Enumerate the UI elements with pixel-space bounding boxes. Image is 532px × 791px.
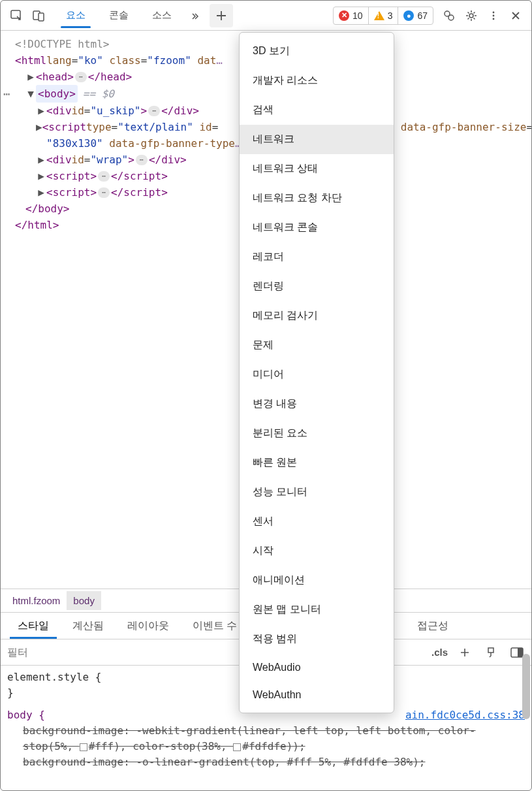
subtab-accessibility[interactable]: 접근성 <box>405 614 460 638</box>
css-rule-1[interactable]: background-image: -webkit-gradient(linea… <box>7 723 525 754</box>
dd-changes[interactable]: 변경 내용 <box>240 389 394 419</box>
collapsed-dots-icon[interactable]: ⋯ <box>136 155 148 165</box>
selection-dots-icon[interactable]: ⋯ <box>3 86 10 102</box>
paint-brush-icon[interactable] <box>482 643 500 662</box>
errors-count: 10 <box>352 10 363 21</box>
dd-issues[interactable]: 문제 <box>240 331 394 360</box>
dd-network-conditions[interactable]: 네트워크 상태 <box>240 154 394 184</box>
tab-elements[interactable]: 요소 <box>54 3 97 28</box>
close-icon[interactable] <box>505 5 526 26</box>
svg-rect-0 <box>11 10 20 18</box>
svg-point-6 <box>493 11 495 13</box>
dd-rendering[interactable]: 렌더링 <box>240 272 394 301</box>
expand-arrow-icon[interactable]: ▶ <box>25 69 36 85</box>
svg-point-7 <box>493 14 495 16</box>
warnings-count: 3 <box>388 10 393 21</box>
info-count: 67 <box>417 10 428 21</box>
more-tabs-chevron-icon[interactable] <box>187 8 202 23</box>
kebab-menu-icon[interactable] <box>483 5 504 26</box>
dd-network-console[interactable]: 네트워크 콘솔 <box>240 213 394 242</box>
tab-sources[interactable]: 소스 <box>140 3 183 28</box>
styles-filter-tools: .cls <box>431 643 526 662</box>
add-panel-button[interactable] <box>210 4 233 27</box>
tab-console[interactable]: 콘솔 <box>97 3 140 28</box>
collapse-arrow-icon[interactable]: ▼ <box>25 86 36 102</box>
dd-animations[interactable]: 애니메이션 <box>240 566 394 595</box>
collapsed-dots-icon[interactable]: ⋯ <box>98 171 110 182</box>
expand-arrow-icon[interactable]: ▶ <box>36 152 46 168</box>
dd-network[interactable]: 네트워크 <box>240 125 394 154</box>
dd-sourcemap-monitor[interactable]: 원본 맵 모니터 <box>240 595 394 624</box>
svg-rect-2 <box>39 13 44 21</box>
dd-memory-inspector[interactable]: 메모리 검사기 <box>240 301 394 331</box>
expand-arrow-icon[interactable]: ▶ <box>36 184 46 201</box>
dd-perf-monitor[interactable]: 성능 모니터 <box>240 477 394 507</box>
dd-webaudio[interactable]: WebAudio <box>240 654 394 681</box>
crumb-html[interactable]: html.fzoom <box>6 591 67 610</box>
subtab-layout[interactable]: 레이아웃 <box>116 614 181 638</box>
dd-recorder[interactable]: 레코더 <box>240 242 394 272</box>
svg-point-8 <box>493 18 495 20</box>
collapsed-dots-icon[interactable]: ⋯ <box>148 106 160 116</box>
settings-gear-icon[interactable] <box>461 5 482 26</box>
dd-welcome[interactable]: 시작 <box>240 536 394 566</box>
expand-arrow-icon[interactable]: ▶ <box>36 168 46 184</box>
device-toggle-icon[interactable] <box>28 5 49 26</box>
dd-search[interactable]: 검색 <box>240 95 394 125</box>
new-style-rule-icon[interactable] <box>456 643 474 662</box>
expand-arrow-icon[interactable]: ▶ <box>36 103 46 119</box>
dd-quick-source[interactable]: 빠른 원본 <box>240 448 394 477</box>
inspect-icon[interactable] <box>6 5 27 26</box>
svg-point-4 <box>448 15 454 20</box>
svg-rect-9 <box>488 648 493 653</box>
add-panel-dropdown: 3D 보기 개발자 리소스 검색 네트워크 네트워크 상태 네트워크 요청 차단… <box>239 32 394 713</box>
dd-network-block[interactable]: 네트워크 요청 차단 <box>240 184 394 213</box>
info-dot-icon: ● <box>403 10 414 21</box>
collapsed-dots-icon[interactable]: ⋯ <box>75 72 87 82</box>
warnings-badge[interactable]: 3 <box>369 7 399 24</box>
cls-toggle[interactable]: .cls <box>431 647 448 658</box>
expand-arrow-icon[interactable]: ▶ <box>36 119 42 135</box>
svg-point-5 <box>469 14 473 18</box>
dd-sensors[interactable]: 센서 <box>240 507 394 536</box>
collapsed-dots-icon[interactable]: ⋯ <box>98 187 110 198</box>
crumb-body[interactable]: body <box>67 591 101 610</box>
dd-dev-resources[interactable]: 개발자 리소스 <box>240 66 394 95</box>
feedback-icon[interactable] <box>439 5 460 26</box>
subtab-computed[interactable]: 계산됨 <box>61 614 116 638</box>
subtab-styles[interactable]: 스타일 <box>6 614 61 638</box>
dd-coverage[interactable]: 적용 범위 <box>240 624 394 654</box>
scrollbar-thumb[interactable] <box>522 654 530 719</box>
issue-badges[interactable]: ✕ 10 3 ● 67 <box>333 7 433 25</box>
dd-3d-view[interactable]: 3D 보기 <box>240 37 394 66</box>
selected-node-token: == $0 <box>78 86 114 102</box>
errors-badge[interactable]: ✕ 10 <box>334 7 369 24</box>
css-rule-2[interactable]: background-image: -o-linear-gradient(top… <box>7 754 525 770</box>
dd-detached-elements[interactable]: 분리된 요소 <box>240 419 394 448</box>
devtools-toolbar: 요소 콘솔 소스 ✕ 10 3 ● 67 <box>1 1 531 31</box>
warning-tri-icon <box>374 11 384 20</box>
panel-tabs: 요소 콘솔 소스 <box>54 3 183 28</box>
dd-media[interactable]: 미디어 <box>240 360 394 389</box>
css-source-link[interactable]: ain.fdc0ce5d.css:38 <box>405 707 525 723</box>
info-badge[interactable]: ● 67 <box>398 7 433 24</box>
error-dot-icon: ✕ <box>339 10 349 21</box>
dd-webauthn[interactable]: WebAuthn <box>240 681 394 709</box>
